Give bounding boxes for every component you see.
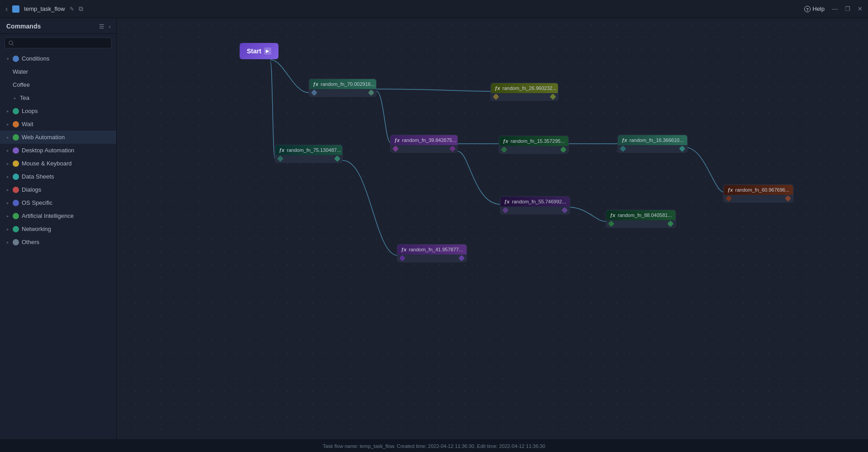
port-in-fn6	[620, 146, 626, 152]
sidebar-item-water[interactable]: Water	[0, 65, 116, 78]
sidebar-item-conditions[interactable]: Conditions	[0, 52, 116, 65]
sidebar-item-ai[interactable]: Artificial Intelligence	[0, 209, 116, 222]
fn10-label: random_fn_41.957877...	[409, 247, 463, 252]
restore-button[interactable]: ❐	[845, 5, 850, 12]
arrow-tea	[13, 96, 17, 100]
dot-web-automation	[13, 134, 19, 141]
sidebar-item-tea[interactable]: Tea	[0, 91, 116, 104]
label-desktop-automation: Desktop Automation	[22, 147, 74, 154]
arrow-ai	[5, 214, 10, 218]
label-tea: Tea	[20, 94, 29, 101]
svg-text:?: ?	[807, 7, 809, 12]
arrow-wait	[5, 122, 10, 127]
node-fn10[interactable]: ƒx random_fn_41.957877...	[397, 244, 467, 262]
sidebar-item-networking[interactable]: Networking	[0, 222, 116, 235]
edit-icon[interactable]: ✎	[70, 6, 74, 12]
dot-others	[13, 239, 19, 245]
statusbar-text: Task flow name: temp_task_flow. Created …	[323, 443, 545, 449]
label-coffee: Coffee	[13, 81, 30, 88]
collapse-icon[interactable]: ‹	[109, 23, 111, 30]
search-bar	[5, 38, 112, 48]
fn8-label: random_fn_88.040581...	[618, 212, 672, 218]
label-data-sheets: Data Sheets	[22, 173, 54, 180]
port-in-fn4	[392, 146, 399, 152]
port-out-fn1	[368, 89, 374, 96]
node-fn2[interactable]: ƒx random_fn_26.960232...	[491, 83, 558, 101]
label-conditions: Conditions	[22, 55, 49, 62]
fx-icon-fn8: ƒx	[610, 212, 615, 218]
fx-icon-fn2: ƒx	[495, 85, 500, 91]
node-start[interactable]: Start ▶	[240, 43, 278, 59]
port-in-fn3	[277, 155, 283, 162]
close-button[interactable]: ✕	[858, 5, 863, 12]
sidebar-item-desktop-automation[interactable]: Desktop Automation	[0, 144, 116, 157]
fx-icon-fn6: ƒx	[622, 137, 627, 143]
arrow-mouse-keyboard	[5, 161, 10, 166]
fn4-label: random_fn_39.842675...	[402, 137, 456, 143]
node-fn3[interactable]: ƒx random_fn_75.130487...	[275, 145, 343, 163]
svg-point-2	[9, 41, 13, 44]
label-ai: Artificial Intelligence	[22, 212, 74, 219]
label-wait: Wait	[22, 121, 33, 127]
file-icon	[12, 5, 19, 13]
minimize-button[interactable]: —	[832, 5, 838, 12]
node-fn6[interactable]: ƒx random_fn_16.366610...	[618, 135, 688, 153]
fn9-label: random_fn_60.967696...	[735, 187, 789, 193]
port-in-fn7	[502, 207, 509, 213]
label-mouse-keyboard: Mouse & Keyboard	[22, 160, 72, 167]
port-in-fn5	[501, 146, 507, 153]
port-in-fn8	[608, 221, 614, 227]
label-web-automation: Web Automation	[22, 134, 65, 141]
dot-os-specific	[13, 200, 19, 206]
sidebar-item-os-specific[interactable]: OS Specific	[0, 196, 116, 209]
dot-wait	[13, 121, 19, 127]
port-out-fn10	[458, 255, 465, 261]
fx-icon-fn5: ƒx	[503, 138, 508, 144]
fn3-label: random_fn_75.130487...	[287, 147, 341, 153]
sidebar-item-dialogs[interactable]: Dialogs	[0, 183, 116, 196]
arrow-networking	[5, 227, 10, 231]
fx-icon-fn3: ƒx	[279, 147, 284, 153]
port-out-fn4	[449, 146, 456, 152]
arrow-data-sheets	[5, 174, 10, 179]
sidebar-item-others[interactable]: Others	[0, 235, 116, 249]
canvas-area[interactable]: Start ▶ ƒx random_fn_70.002916... ƒx ran…	[117, 18, 868, 439]
sidebar-item-web-automation[interactable]: Web Automation	[0, 131, 116, 144]
arrow-loops	[5, 109, 10, 113]
arrow-conditions	[5, 56, 10, 61]
main-layout: Commands ☰ ‹ Conditions Water	[0, 18, 868, 439]
sidebar-header-icons: ☰ ‹	[99, 23, 111, 30]
node-fn1[interactable]: ƒx random_fn_70.002916...	[309, 79, 377, 97]
port-in-fn1	[311, 89, 317, 96]
sidebar-item-data-sheets[interactable]: Data Sheets	[0, 170, 116, 183]
dot-data-sheets	[13, 174, 19, 180]
sidebar-item-coffee[interactable]: Coffee	[0, 78, 116, 91]
node-fn4[interactable]: ƒx random_fn_39.842675...	[390, 135, 458, 153]
fx-icon-fn9: ƒx	[727, 187, 733, 193]
fn2-label: random_fn_26.960232...	[502, 85, 557, 91]
port-in-fn10	[399, 255, 406, 261]
node-fn5[interactable]: ƒx random_fn_15.357295...	[499, 136, 569, 154]
sidebar-item-mouse-keyboard[interactable]: Mouse & Keyboard	[0, 157, 116, 170]
node-fn9[interactable]: ƒx random_fn_60.967696...	[723, 184, 793, 202]
list-icon[interactable]: ☰	[99, 23, 104, 30]
sidebar-item-wait[interactable]: Wait	[0, 118, 116, 131]
sidebar-list: Conditions Water Coffee Tea Loops	[0, 52, 116, 439]
statusbar: Task flow name: temp_task_flow. Created …	[0, 439, 868, 452]
back-button[interactable]: ‹	[5, 5, 8, 13]
help-button[interactable]: ? Help	[804, 5, 825, 12]
port-in-fn9	[726, 195, 732, 202]
port-out-fn9	[785, 195, 791, 202]
sidebar-item-loops[interactable]: Loops	[0, 104, 116, 118]
dot-loops	[13, 108, 19, 114]
port-out-fn5	[560, 146, 566, 153]
bookmark-icon[interactable]: ⧉	[79, 5, 83, 13]
node-fn8[interactable]: ƒx random_fn_88.040581...	[606, 210, 676, 228]
arrow-os-specific	[5, 201, 10, 205]
node-fn7[interactable]: ƒx random_fn_55.746992...	[500, 196, 570, 214]
dot-dialogs	[13, 187, 19, 193]
sidebar-title: Commands	[6, 23, 41, 30]
search-input[interactable]	[17, 40, 108, 46]
topbar: ‹ temp_task_flow ✎ ⧉ ? Help — ❐ ✕	[0, 0, 868, 18]
label-loops: Loops	[22, 108, 38, 114]
